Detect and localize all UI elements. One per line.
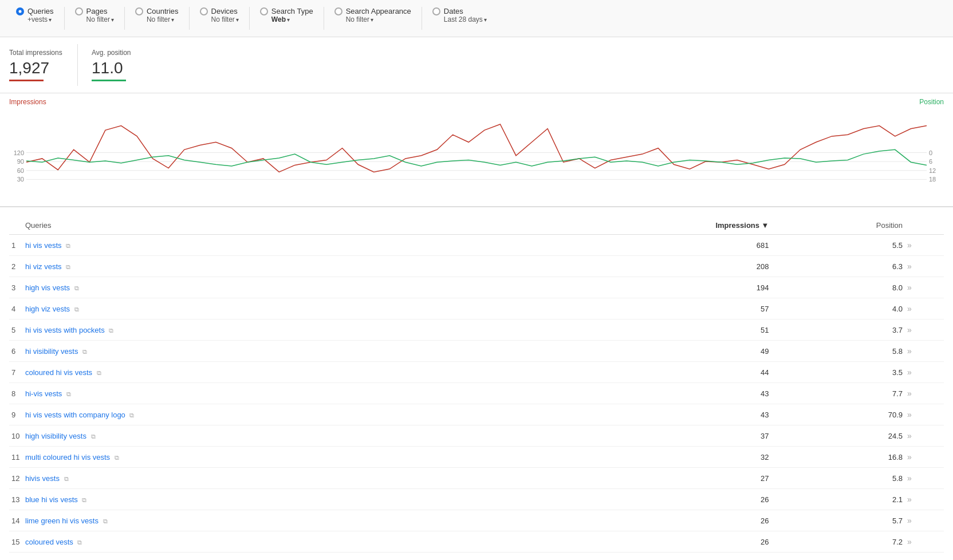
table-row[interactable]: 5hi vis vests with pockets ⧉513.7» [9, 320, 944, 341]
chevron-right-icon[interactable]: » [907, 537, 912, 546]
external-link-icon[interactable]: ⧉ [74, 306, 81, 313]
cell-query[interactable]: hivis vests ⧉ [23, 468, 522, 489]
cell-position: 70.9 [771, 404, 905, 425]
table-header: Queries Impressions ▼ Position [9, 216, 944, 235]
th-queries[interactable]: Queries [23, 216, 522, 235]
filter-item-queries[interactable]: Queries+vests▾ [9, 5, 61, 26]
cell-query[interactable]: coloured hi vis vests ⧉ [23, 362, 522, 383]
table-row[interactable]: 12hivis vests ⧉275.8» [9, 468, 944, 489]
table-row[interactable]: 2hi viz vests ⧉2086.3» [9, 256, 944, 277]
external-link-icon[interactable]: ⧉ [66, 263, 73, 270]
table-row[interactable]: 6hi visibility vests ⧉495.8» [9, 341, 944, 362]
cell-action[interactable]: » [905, 383, 944, 404]
cell-action[interactable]: » [905, 256, 944, 277]
th-impressions[interactable]: Impressions ▼ [522, 216, 771, 235]
chevron-right-icon[interactable]: » [907, 410, 912, 419]
cell-query[interactable]: blue hi vis vests ⧉ [23, 489, 522, 510]
external-link-icon[interactable]: ⧉ [97, 369, 104, 376]
cell-action[interactable]: » [905, 362, 944, 383]
filter-item-devices[interactable]: DevicesNo filter▾ [193, 5, 246, 26]
cell-action[interactable]: » [905, 298, 944, 320]
table-row[interactable]: 11multi coloured hi vis vests ⧉3216.8» [9, 447, 944, 468]
table-row[interactable]: 13blue hi vis vests ⧉262.1» [9, 489, 944, 510]
external-link-icon[interactable]: ⧉ [64, 475, 71, 482]
filter-item-pages[interactable]: PagesNo filter▾ [68, 5, 121, 26]
cell-query[interactable]: high vis vests ⧉ [23, 277, 522, 298]
chevron-right-icon[interactable]: » [907, 389, 912, 398]
cell-action[interactable]: » [905, 277, 944, 298]
cell-query[interactable]: hi vis vests with pockets ⧉ [23, 320, 522, 341]
external-link-icon[interactable]: ⧉ [91, 433, 98, 440]
filter-divider [249, 7, 250, 30]
external-link-icon[interactable]: ⧉ [66, 242, 73, 249]
cell-action[interactable]: » [905, 489, 944, 510]
chevron-right-icon[interactable]: » [907, 262, 912, 271]
table-row[interactable]: 7coloured hi vis vests ⧉443.5» [9, 362, 944, 383]
cell-query[interactable]: coloured vests ⧉ [23, 531, 522, 553]
external-link-icon[interactable]: ⧉ [77, 539, 84, 546]
external-link-icon[interactable]: ⧉ [103, 518, 110, 524]
cell-action[interactable]: » [905, 447, 944, 468]
filter-item-search-type[interactable]: Search TypeWeb▾ [253, 5, 320, 26]
chevron-right-icon[interactable]: » [907, 474, 912, 483]
metric-impressions[interactable]: Total impressions1,927 [9, 44, 78, 86]
chevron-right-icon[interactable]: » [907, 283, 912, 292]
chevron-right-icon[interactable]: » [907, 346, 912, 356]
external-link-icon[interactable]: ⧉ [74, 285, 81, 291]
cell-query[interactable]: high visibility vests ⧉ [23, 425, 522, 447]
chevron-right-icon[interactable]: » [907, 240, 912, 250]
chevron-right-icon[interactable]: » [907, 368, 912, 377]
external-link-icon[interactable]: ⧉ [115, 454, 121, 461]
metric-value-impressions: 1,927 [9, 59, 64, 77]
th-position[interactable]: Position [771, 216, 905, 235]
svg-text:90: 90 [17, 158, 24, 165]
cell-position: 4.0 [771, 298, 905, 320]
cell-query[interactable]: hi vis vests with company logo ⧉ [23, 404, 522, 425]
cell-query[interactable]: lime green hi vis vests ⧉ [23, 510, 522, 531]
table-row[interactable]: 9hi vis vests with company logo ⧉4370.9» [9, 404, 944, 425]
chevron-down-icon: ▾ [236, 17, 239, 23]
chart-legend: Impressions Position [9, 98, 944, 106]
table-row[interactable]: 10high visibility vests ⧉3724.5» [9, 425, 944, 447]
external-link-icon[interactable]: ⧉ [109, 327, 116, 334]
cell-action[interactable]: » [905, 235, 944, 256]
external-link-icon[interactable]: ⧉ [82, 496, 89, 503]
cell-query[interactable]: hi-vis vests ⧉ [23, 383, 522, 404]
cell-query[interactable]: high viz vests ⧉ [23, 298, 522, 320]
cell-action[interactable]: » [905, 425, 944, 447]
cell-query[interactable]: hi vis vests ⧉ [23, 235, 522, 256]
chevron-right-icon[interactable]: » [907, 431, 912, 440]
filter-sublabel-dates: Last 28 days▾ [444, 15, 487, 23]
filter-item-search-appearance[interactable]: Search AppearanceNo filter▾ [328, 5, 418, 26]
chevron-right-icon[interactable]: » [907, 495, 912, 504]
chevron-right-icon[interactable]: » [907, 516, 912, 525]
chevron-down-icon: ▾ [484, 17, 487, 23]
table-row[interactable]: 4high viz vests ⧉574.0» [9, 298, 944, 320]
table-row[interactable]: 14lime green hi vis vests ⧉265.7» [9, 510, 944, 531]
table-row[interactable]: 8hi-vis vests ⧉437.7» [9, 383, 944, 404]
cell-action[interactable]: » [905, 510, 944, 531]
cell-action[interactable]: » [905, 320, 944, 341]
cell-query[interactable]: hi viz vests ⧉ [23, 256, 522, 277]
cell-query[interactable]: multi coloured hi vis vests ⧉ [23, 447, 522, 468]
filter-item-countries[interactable]: CountriesNo filter▾ [128, 5, 186, 26]
external-link-icon[interactable]: ⧉ [129, 412, 136, 419]
chevron-right-icon[interactable]: » [907, 304, 912, 313]
cell-action[interactable]: » [905, 341, 944, 362]
table-row[interactable]: 3high vis vests ⧉1948.0» [9, 277, 944, 298]
cell-action[interactable]: » [905, 531, 944, 553]
table-row[interactable]: 1hi vis vests ⧉6815.5» [9, 235, 944, 256]
chart-area: Impressions Position 120090660123018 [0, 93, 953, 207]
cell-query[interactable]: hi visibility vests ⧉ [23, 341, 522, 362]
filter-divider [324, 7, 324, 30]
table-row[interactable]: 15coloured vests ⧉267.2» [9, 531, 944, 553]
cell-index: 15 [9, 531, 23, 553]
cell-action[interactable]: » [905, 404, 944, 425]
filter-item-dates[interactable]: DatesLast 28 days▾ [426, 5, 494, 26]
chevron-right-icon[interactable]: » [907, 325, 912, 334]
cell-action[interactable]: » [905, 468, 944, 489]
chevron-right-icon[interactable]: » [907, 452, 912, 462]
external-link-icon[interactable]: ⧉ [82, 348, 89, 355]
external-link-icon[interactable]: ⧉ [66, 391, 73, 397]
metric-avg-position[interactable]: Avg. position11.0 [92, 44, 160, 86]
